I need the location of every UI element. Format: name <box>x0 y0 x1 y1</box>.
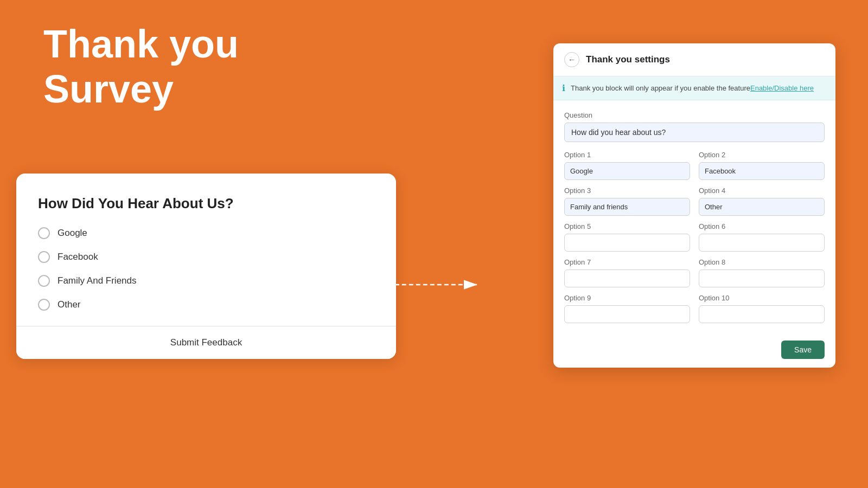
option-7-input[interactable] <box>564 269 690 287</box>
option-5-input[interactable] <box>564 234 690 252</box>
option-label-facebook: Facebook <box>58 252 98 262</box>
option-group-5: Option 5 <box>564 222 690 252</box>
survey-option-4[interactable]: Other <box>38 299 374 311</box>
back-button[interactable]: ← <box>564 52 579 67</box>
options-grid: Option 1 Option 2 Option 3 Option 4 Opti… <box>564 151 825 323</box>
info-banner: ℹ Thank you block will only appear if yo… <box>553 76 835 100</box>
option-group-7: Option 7 <box>564 258 690 287</box>
radio-facebook[interactable] <box>38 251 50 263</box>
option-4-input[interactable] <box>699 198 825 216</box>
info-icon: ℹ <box>562 83 565 93</box>
option-label-other: Other <box>58 299 81 310</box>
submit-feedback-button[interactable]: Submit Feedback <box>16 326 396 359</box>
submit-wrap: Submit Feedback <box>16 326 396 359</box>
panel-header: ← Thank you settings <box>553 43 835 76</box>
option-10-input[interactable] <box>699 305 825 323</box>
option-1-input[interactable] <box>564 162 690 180</box>
survey-card: How Did You Hear About Us? Google Facebo… <box>16 174 396 359</box>
option-label-family: Family And Friends <box>58 275 137 286</box>
title-line1: Thank you <box>43 22 239 67</box>
option-6-label: Option 6 <box>699 222 825 230</box>
radio-other[interactable] <box>38 299 50 311</box>
option-8-label: Option 8 <box>699 258 825 266</box>
option-4-label: Option 4 <box>699 187 825 195</box>
panel-footer: Save <box>553 334 835 368</box>
option-8-input[interactable] <box>699 269 825 287</box>
info-text: Thank you block will only appear if you … <box>571 84 814 92</box>
option-label-google: Google <box>58 228 87 239</box>
panel-title: Thank you settings <box>586 54 670 65</box>
back-icon: ← <box>568 55 576 64</box>
option-7-label: Option 7 <box>564 258 690 266</box>
question-label: Question <box>564 111 825 119</box>
option-3-label: Option 3 <box>564 187 690 195</box>
option-2-input[interactable] <box>699 162 825 180</box>
settings-panel: ← Thank you settings ℹ Thank you block w… <box>553 43 835 368</box>
option-group-1: Option 1 <box>564 151 690 180</box>
option-group-10: Option 10 <box>699 294 825 323</box>
option-9-input[interactable] <box>564 305 690 323</box>
option-group-3: Option 3 <box>564 187 690 216</box>
option-9-label: Option 9 <box>564 294 690 302</box>
option-group-6: Option 6 <box>699 222 825 252</box>
radio-google[interactable] <box>38 227 50 239</box>
survey-option-1[interactable]: Google <box>38 227 374 239</box>
enable-disable-link[interactable]: Enable/Disable here <box>750 84 814 92</box>
option-1-label: Option 1 <box>564 151 690 159</box>
option-6-input[interactable] <box>699 234 825 252</box>
survey-question: How Did You Hear About Us? <box>38 195 374 212</box>
option-group-2: Option 2 <box>699 151 825 180</box>
option-5-label: Option 5 <box>564 222 690 230</box>
question-input[interactable] <box>564 123 825 142</box>
option-group-8: Option 8 <box>699 258 825 287</box>
option-3-input[interactable] <box>564 198 690 216</box>
save-button[interactable]: Save <box>781 341 825 359</box>
option-2-label: Option 2 <box>699 151 825 159</box>
radio-family[interactable] <box>38 275 50 287</box>
survey-option-2[interactable]: Facebook <box>38 251 374 263</box>
survey-option-3[interactable]: Family And Friends <box>38 275 374 287</box>
title-line2: Survey <box>43 67 239 112</box>
panel-body: Question Option 1 Option 2 Option 3 Opti… <box>553 100 835 334</box>
page-title: Thank you Survey <box>43 22 239 112</box>
option-group-4: Option 4 <box>699 187 825 216</box>
option-10-label: Option 10 <box>699 294 825 302</box>
option-group-9: Option 9 <box>564 294 690 323</box>
